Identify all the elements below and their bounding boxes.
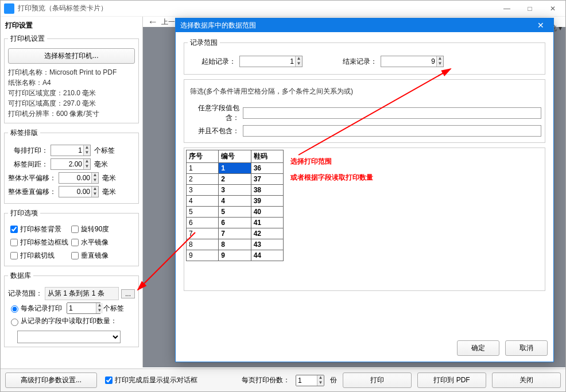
field-select[interactable]: [17, 331, 121, 343]
table-row[interactable]: 3338: [187, 185, 284, 196]
record-range-group: 记录范围 起始记录： ▲▼ 结束记录： ▲▼: [184, 38, 545, 75]
copies-unit: 份: [330, 375, 337, 385]
col-header[interactable]: 序号: [187, 150, 219, 163]
cut-checkbox[interactable]: [10, 252, 18, 259]
minimize-button[interactable]: —: [495, 1, 518, 16]
table-cell[interactable]: 9: [187, 250, 219, 261]
start-label: 起始记录：: [201, 57, 236, 67]
done-dialog-checkbox[interactable]: [105, 377, 113, 384]
print-button[interactable]: 打印: [343, 372, 412, 388]
each-record-radio[interactable]: [11, 305, 18, 313]
table-row[interactable]: 7742: [187, 228, 284, 239]
table-cell[interactable]: 1: [219, 163, 251, 174]
bg-checkbox[interactable]: [10, 226, 18, 233]
window-title: 打印预览（条码标签类卡片）: [18, 3, 495, 13]
table-cell[interactable]: 44: [251, 250, 283, 261]
record-range-legend: 记录范围: [188, 38, 220, 48]
spin-icon[interactable]: ▲▼: [91, 173, 98, 183]
copies-label: 每页打印份数：: [242, 375, 290, 385]
back-label[interactable]: 上一: [161, 17, 175, 27]
table-cell[interactable]: 7: [219, 228, 251, 239]
advanced-settings-button[interactable]: 高级打印参数设置...: [5, 372, 97, 388]
table-cell[interactable]: 8: [187, 239, 219, 250]
exclude-input[interactable]: [243, 125, 541, 137]
table-cell[interactable]: 4: [219, 196, 251, 207]
range-dialog: 选择数据库中的数据范围 ✕ 记录范围 起始记录： ▲▼ 结束记录： ▲▼ 筛选(…: [175, 18, 554, 362]
spin-icon[interactable]: ▲▼: [436, 56, 443, 67]
maximize-button[interactable]: □: [518, 1, 541, 16]
table-cell[interactable]: 38: [251, 185, 283, 196]
table-cell[interactable]: 4: [187, 196, 219, 207]
table-cell[interactable]: 37: [251, 174, 283, 185]
cut-label: 打印裁切线: [20, 251, 55, 261]
table-row[interactable]: 6641: [187, 218, 284, 228]
layout-group: 标签排版 每排打印： ▲▼ 个标签 标签间距： ▲▼ 毫米 整体水平偏移： ▲▼…: [4, 128, 139, 204]
dialog-title: 选择数据库中的数据范围: [180, 18, 533, 32]
end-input[interactable]: [381, 56, 444, 67]
close-main-button[interactable]: 关闭: [492, 372, 561, 388]
table-row[interactable]: 8843: [187, 239, 284, 250]
table-cell[interactable]: 42: [251, 228, 283, 239]
table-cell[interactable]: 36: [251, 163, 283, 174]
spin-icon[interactable]: ▲▼: [83, 159, 90, 169]
table-cell[interactable]: 39: [251, 196, 283, 207]
bg-label: 打印标签背景: [20, 224, 61, 234]
table-cell[interactable]: 7: [187, 228, 219, 239]
table-cell[interactable]: 40: [251, 207, 283, 218]
vmirror-checkbox[interactable]: [71, 252, 79, 259]
spin-icon[interactable]: ▲▼: [83, 145, 90, 156]
done-dialog-label: 打印完成后显示提示对话框: [115, 375, 197, 385]
border-checkbox[interactable]: [10, 239, 18, 246]
data-table[interactable]: 序号编号鞋码1136223733384439554066417742884399…: [186, 150, 284, 261]
end-label: 结束记录：: [343, 57, 377, 67]
each-record-label: 每条记录打印: [21, 304, 62, 313]
spin-icon[interactable]: ▲▼: [317, 375, 324, 386]
gap-unit: 毫米: [94, 160, 108, 169]
close-button[interactable]: ✕: [541, 1, 564, 16]
voff-unit: 毫米: [102, 187, 116, 197]
main-titlebar: 打印预览（条码标签类卡片） — □ ✕: [1, 1, 565, 17]
rotate-label: 旋转90度: [81, 224, 109, 234]
rotate-checkbox[interactable]: [71, 226, 79, 233]
table-row[interactable]: 2237: [187, 174, 284, 185]
table-row[interactable]: 9944: [187, 250, 284, 261]
table-cell[interactable]: 8: [219, 239, 251, 250]
print-pdf-button[interactable]: 打印到 PDF: [417, 372, 486, 388]
table-cell[interactable]: 2: [219, 174, 251, 185]
table-cell[interactable]: 43: [251, 239, 283, 250]
col-header[interactable]: 鞋码: [251, 150, 283, 163]
dialog-close-button[interactable]: ✕: [533, 18, 549, 32]
from-field-label: 从记录的字段中读取打印数量：: [21, 316, 117, 326]
table-cell[interactable]: 6: [187, 218, 219, 228]
table-cell[interactable]: 3: [187, 185, 219, 196]
table-cell[interactable]: 2: [187, 174, 219, 185]
back-icon[interactable]: ←: [148, 16, 158, 28]
spin-icon[interactable]: ▲▼: [295, 56, 302, 67]
table-cell[interactable]: 9: [219, 250, 251, 261]
spin-icon[interactable]: ▲▼: [91, 187, 98, 197]
database-legend: 数据库: [8, 271, 33, 281]
table-cell[interactable]: 5: [219, 207, 251, 218]
col-header[interactable]: 编号: [219, 150, 251, 163]
from-field-radio[interactable]: [11, 319, 18, 326]
dialog-titlebar: 选择数据库中的数据范围 ✕: [176, 18, 553, 32]
table-row[interactable]: 4439: [187, 196, 284, 207]
cancel-button[interactable]: 取消: [505, 340, 548, 356]
table-cell[interactable]: 6: [219, 218, 251, 228]
spin-icon[interactable]: ▲▼: [96, 303, 103, 313]
annotation-text: 选择打印范围 或者根据字段读取打印数量: [290, 153, 373, 185]
table-cell[interactable]: 3: [219, 185, 251, 196]
hmirror-checkbox[interactable]: [71, 239, 79, 246]
table-cell[interactable]: 5: [187, 207, 219, 218]
print-width: 可打印区域宽度：210.0 毫米: [8, 88, 135, 98]
dialog-body: 记录范围 起始记录： ▲▼ 结束记录： ▲▼ 筛选(多个条件请用空格分隔，多个条…: [176, 32, 553, 335]
start-input[interactable]: [239, 56, 303, 67]
table-cell[interactable]: 41: [251, 218, 283, 228]
ok-button[interactable]: 确定: [457, 340, 499, 356]
select-printer-button[interactable]: 选择标签打印机...: [8, 48, 135, 64]
table-cell[interactable]: 1: [187, 163, 219, 174]
table-row[interactable]: 5540: [187, 207, 284, 218]
include-input[interactable]: [243, 107, 541, 119]
range-browse-button[interactable]: ...: [121, 289, 135, 298]
table-row[interactable]: 1136: [187, 163, 284, 174]
